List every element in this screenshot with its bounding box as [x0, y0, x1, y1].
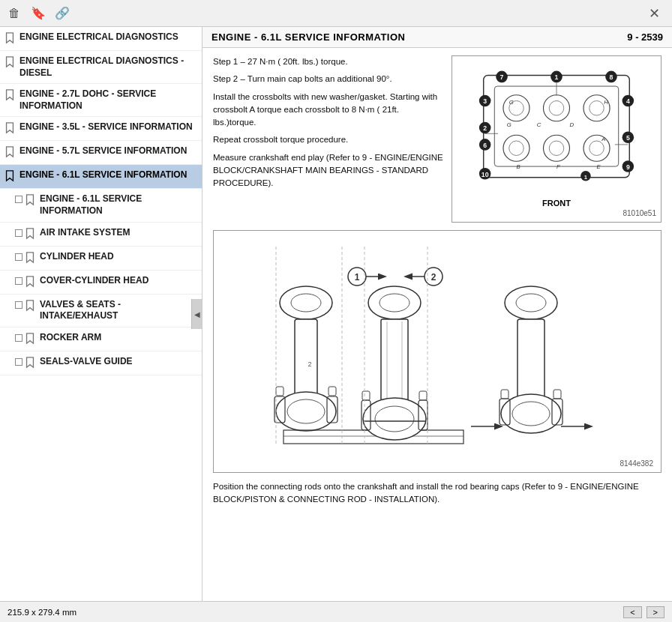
- bookmark-group-engine-27l: [4, 88, 15, 101]
- repeat-text: Repeat crossbolt torque procedure.: [213, 133, 444, 146]
- svg-text:6: 6: [483, 142, 487, 149]
- checkbox-seals-valve-guide[interactable]: [15, 358, 22, 366]
- content-area: ENGINE - 6.1L SERVICE INFORMATION 9 - 25…: [202, 27, 672, 601]
- step2-text: Step 2 – Turn main cap bolts an addition…: [213, 73, 444, 85]
- svg-point-71: [363, 398, 426, 440]
- sidebar-item-engine-27l[interactable]: ENGINE - 2.7L DOHC - SERVICE INFORMATION: [0, 84, 202, 117]
- svg-text:7: 7: [500, 73, 504, 81]
- svg-point-55: [280, 286, 332, 319]
- sidebar-item-engine-elec-diag-diesel[interactable]: ENGINE ELECTRICAL DIAGNOSTICS - DIESEL: [0, 51, 202, 84]
- sidebar-collapse-handle[interactable]: ◀: [191, 299, 202, 329]
- checkbox-engine-61l-sub[interactable]: [15, 196, 22, 203]
- step1-text: Step 1 – 27 N·m ( 20ft. lbs.) torque.: [213, 55, 444, 68]
- sidebar-label-engine-61l-sub: ENGINE - 6.1L SERVICE INFORMATION: [40, 193, 196, 217]
- sidebar-item-seals-valve-guide[interactable]: SEALS-VALVE GUIDE: [0, 351, 202, 375]
- svg-text:3: 3: [483, 97, 487, 105]
- bookmark-group-air-intake: [15, 227, 35, 240]
- sidebar-label-engine-61l-active: ENGINE - 6.1L SERVICE INFORMATION: [20, 169, 196, 181]
- svg-text:8: 8: [610, 73, 614, 81]
- svg-text:2: 2: [308, 360, 311, 368]
- bookmark-group-valves-seats: [15, 299, 35, 312]
- bookmark-icon-engine-elec-diag: [4, 32, 15, 44]
- bookmark-add-icon[interactable]: 🔖: [30, 5, 46, 22]
- nav-prev-button[interactable]: <: [623, 606, 641, 618]
- sidebar-item-engine-35l[interactable]: ENGINE - 3.5L - SERVICE INFORMATION: [0, 117, 202, 141]
- svg-text:C: C: [537, 121, 542, 128]
- sidebar-label-engine-27l: ENGINE - 2.7L DOHC - SERVICE INFORMATION: [20, 88, 196, 112]
- install-crossbolts-text: Install the crossbolts with new washer/g…: [213, 91, 444, 130]
- sidebar-label-engine-elec-diag: ENGINE ELECTRICAL DIAGNOSTICS: [20, 31, 196, 43]
- svg-point-6: [543, 135, 569, 161]
- svg-text:A: A: [601, 136, 605, 142]
- bookmark-icon-seals-valve-guide: [25, 357, 35, 369]
- svg-point-66: [368, 286, 421, 319]
- sidebar-label-valves-seats: VALVES & SEATS - INTAKE/EXHAUST: [40, 299, 196, 322]
- svg-point-5: [503, 135, 530, 161]
- bookmark-icon-engine-35l: [4, 122, 15, 134]
- bookmark-icon-cylinder-head: [25, 252, 35, 264]
- sidebar-label-seals-valve-guide: SEALS-VALVE GUIDE: [40, 356, 196, 368]
- svg-text:2: 2: [431, 272, 436, 283]
- svg-text:H: H: [604, 99, 608, 106]
- svg-text:10: 10: [482, 171, 489, 178]
- instructions-block: Step 1 – 27 N·m ( 20ft. lbs.) torque. St…: [213, 55, 444, 223]
- sidebar-item-cover-cylinder-head[interactable]: COVER-CYLINDER HEAD: [0, 271, 202, 295]
- checkbox-cover-cylinder-head[interactable]: [15, 277, 22, 285]
- svg-text:B: B: [516, 163, 520, 170]
- svg-text:4: 4: [626, 97, 630, 105]
- page-header: ENGINE - 6.1L SERVICE INFORMATION 9 - 25…: [202, 27, 672, 48]
- checkbox-valves-seats[interactable]: [15, 301, 22, 309]
- bookmark-group-engine-61l-active: [4, 169, 15, 182]
- bookmark-group-cylinder-head: [15, 251, 35, 264]
- checkbox-cylinder-head[interactable]: [15, 253, 22, 261]
- close-button[interactable]: ✕: [643, 4, 666, 23]
- svg-text:1: 1: [555, 73, 559, 81]
- checkbox-rocker-arm[interactable]: [15, 334, 22, 342]
- svg-point-13: [590, 141, 604, 155]
- trash-icon[interactable]: 🗑: [6, 5, 22, 22]
- sidebar-label-rocker-arm: ROCKER ARM: [40, 332, 196, 344]
- top-section: Step 1 – 27 N·m ( 20ft. lbs.) torque. St…: [213, 55, 662, 223]
- svg-point-11: [509, 141, 524, 155]
- sidebar-item-engine-61l-active[interactable]: ENGINE - 6.1L SERVICE INFORMATION: [0, 165, 202, 189]
- sidebar-label-air-intake: AIR INTAKE SYSTEM: [40, 227, 196, 239]
- bookmark-icon-valves-seats: [25, 300, 35, 312]
- svg-text:2: 2: [483, 124, 487, 132]
- bookmark-icon-rocker-arm: [25, 333, 35, 345]
- sidebar-item-valves-seats[interactable]: VALVES & SEATS - INTAKE/EXHAUST: [0, 295, 202, 327]
- svg-point-10: [590, 101, 604, 115]
- svg-text:1: 1: [355, 272, 360, 283]
- bookmark-group-engine-35l: [4, 121, 15, 134]
- toolbar-icons: 🗑 🔖 🔗: [6, 5, 70, 22]
- piston-connecting-rod-svg: 1 2: [231, 235, 644, 468]
- engine-top-svg: 1 2 3 4 5: [459, 61, 654, 196]
- sidebar-item-engine-elec-diag[interactable]: ENGINE ELECTRICAL DIAGNOSTICS: [0, 27, 202, 51]
- link-icon[interactable]: 🔗: [54, 5, 70, 22]
- bookmark-icon-engine-61l-sub: [25, 194, 35, 206]
- bookmark-icon-engine-elec-diag-diesel: [4, 56, 15, 68]
- bookmark-group-engine-57l: [4, 145, 15, 158]
- svg-text:1: 1: [584, 174, 588, 181]
- sidebar-item-cylinder-head[interactable]: CYLINDER HEAD: [0, 247, 202, 271]
- svg-text:G: G: [509, 99, 514, 106]
- sidebar-item-air-intake[interactable]: AIR INTAKE SYSTEM: [0, 223, 202, 247]
- checkbox-air-intake[interactable]: [15, 229, 22, 237]
- svg-point-78: [505, 286, 557, 319]
- sidebar-item-engine-61l-sub[interactable]: ENGINE - 6.1L SERVICE INFORMATION: [0, 189, 202, 222]
- nav-next-button[interactable]: >: [646, 606, 664, 618]
- measure-text: Measure crankshaft end play (Refer to 9 …: [213, 151, 444, 190]
- sidebar-label-engine-57l: ENGINE - 5.7L SERVICE INFORMATION: [20, 145, 196, 157]
- svg-point-2: [503, 95, 530, 121]
- bookmark-group-engine-elec-diag: [4, 31, 15, 44]
- bookmark-group-engine-61l-sub: [15, 193, 35, 206]
- sidebar-label-engine-elec-diag-diesel: ENGINE ELECTRICAL DIAGNOSTICS - DIESEL: [20, 55, 196, 79]
- content-body: Step 1 – 27 N·m ( 20ft. lbs.) torque. St…: [202, 48, 672, 520]
- page-size-label: 215.9 x 279.4 mm: [8, 608, 76, 617]
- svg-text:5: 5: [626, 134, 630, 142]
- sidebar-item-rocker-arm[interactable]: ROCKER ARM: [0, 327, 202, 351]
- svg-point-9: [549, 101, 563, 115]
- sidebar-label-cover-cylinder-head: COVER-CYLINDER HEAD: [40, 275, 196, 287]
- main-layout: ENGINE ELECTRICAL DIAGNOSTICSENGINE ELEC…: [0, 27, 672, 601]
- svg-text:D: D: [570, 121, 574, 128]
- sidebar-item-engine-57l[interactable]: ENGINE - 5.7L SERVICE INFORMATION: [0, 141, 202, 165]
